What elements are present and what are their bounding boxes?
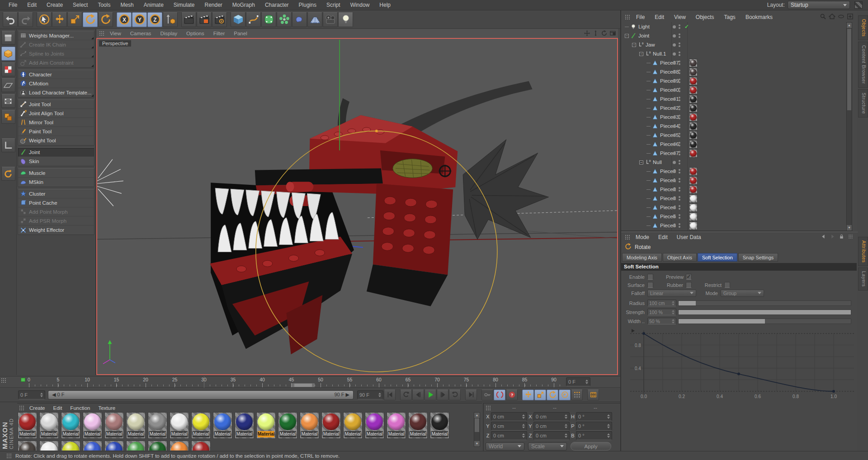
object-row-piece44[interactable]: Piece44 xyxy=(621,122,853,131)
texture-tag[interactable] xyxy=(689,113,698,122)
palette-item-create-ik-chain[interactable]: Create IK Chain xyxy=(18,40,94,49)
menu-script[interactable]: Script xyxy=(321,2,345,8)
spinner-icon[interactable] xyxy=(672,301,675,305)
layer-dot-icon[interactable] xyxy=(673,143,676,146)
render-visibility-dot[interactable] xyxy=(679,45,680,47)
preview-range-handle[interactable] xyxy=(292,383,315,387)
curve-point[interactable] xyxy=(832,390,835,393)
record-active-objects-button[interactable] xyxy=(481,390,493,400)
next-frame-button[interactable] xyxy=(437,390,448,400)
slider-track[interactable] xyxy=(678,310,851,315)
material-swatch[interactable]: Material xyxy=(83,412,102,439)
editor-visibility-dot[interactable] xyxy=(679,115,680,117)
previous-frame-button[interactable] xyxy=(412,390,424,400)
visibility-dots[interactable] xyxy=(673,79,680,83)
current-frame-field[interactable]: 0 F xyxy=(566,377,590,386)
layer-dot-icon[interactable] xyxy=(673,70,676,74)
om-menu-bookmarks[interactable]: Bookmarks xyxy=(741,14,778,20)
zoom-view-icon[interactable] xyxy=(592,30,599,38)
play-forward-button[interactable] xyxy=(425,390,436,400)
visibility-dots[interactable] xyxy=(673,196,680,201)
object-row-piece45[interactable]: Piece45 xyxy=(621,131,853,140)
spinner-icon[interactable] xyxy=(522,433,525,438)
render-visibility-dot[interactable] xyxy=(679,81,680,83)
layer-dot-icon[interactable] xyxy=(673,34,676,38)
object-row-piece6[interactable]: Piece6 xyxy=(621,221,853,230)
editor-visibility-dot[interactable] xyxy=(679,205,680,207)
visibility-dots[interactable] xyxy=(673,214,680,219)
slider-track[interactable] xyxy=(678,300,851,306)
panel-tab-content-browser[interactable]: Content Browser xyxy=(858,42,868,88)
goto-end-button[interactable] xyxy=(465,390,477,400)
layer-dot-icon[interactable] xyxy=(673,197,676,200)
object-row-piece40[interactable]: Piece40 xyxy=(621,85,853,94)
object-row-piece3[interactable]: Piece3 xyxy=(621,194,853,203)
object-row-piece1[interactable]: Piece1 xyxy=(621,176,853,185)
texture-tag[interactable] xyxy=(689,185,698,194)
render-visibility-dot[interactable] xyxy=(679,217,680,219)
texture-tag[interactable] xyxy=(689,131,698,140)
object-row-piece43[interactable]: Piece43 xyxy=(621,113,853,122)
layer-dot-icon[interactable] xyxy=(673,224,676,227)
menu-plugins[interactable]: Plugins xyxy=(294,2,321,8)
render-visibility-dot[interactable] xyxy=(679,90,680,92)
keyframe-parameter-button[interactable]: P xyxy=(559,390,571,400)
keyframe-scale-button[interactable] xyxy=(534,390,546,400)
object-row-null-1[interactable]: −0Null.1 xyxy=(621,49,853,58)
material-swatch[interactable]: Material xyxy=(148,412,167,439)
material-swatch[interactable]: Material xyxy=(61,441,80,451)
make-editable-button[interactable] xyxy=(1,31,15,45)
rotation-field[interactable]: 0 ° xyxy=(576,422,612,431)
render-visibility-dot[interactable] xyxy=(679,27,680,29)
material-swatch[interactable]: Material xyxy=(300,412,319,439)
editor-visibility-dot[interactable] xyxy=(679,169,680,171)
falloff-curve-graph[interactable]: 0.80.40.00.20.40.60.81.0 xyxy=(621,327,858,408)
material-swatch[interactable]: Material xyxy=(170,441,189,451)
render-visibility-dot[interactable] xyxy=(679,54,680,56)
texture-tag[interactable] xyxy=(689,149,698,158)
render-visibility-dot[interactable] xyxy=(679,154,680,155)
material-swatch[interactable]: Material xyxy=(408,412,428,439)
live-selection-button[interactable] xyxy=(37,12,52,27)
spinner-icon[interactable] xyxy=(522,424,525,428)
palette-item-weight-tool[interactable]: Weight Tool xyxy=(18,136,94,145)
material-swatch[interactable]: Material xyxy=(213,412,232,439)
section-header[interactable]: Soft Selection xyxy=(621,263,857,271)
menu-help[interactable]: Help xyxy=(374,2,396,8)
scale-button[interactable] xyxy=(67,12,82,27)
material-menu-function[interactable]: Function xyxy=(66,405,94,411)
spinner-icon[interactable] xyxy=(522,414,525,419)
visibility-dots[interactable] xyxy=(673,205,680,210)
layer-dot-icon[interactable] xyxy=(673,25,676,28)
layer-dot-icon[interactable] xyxy=(673,61,676,65)
menu-edit[interactable]: Edit xyxy=(22,2,42,8)
object-row-piece5[interactable]: Piece5 xyxy=(621,212,853,221)
undo-button[interactable] xyxy=(3,12,18,27)
object-row-piece37[interactable]: Piece37 xyxy=(621,58,853,67)
toggle-view-icon[interactable] xyxy=(609,30,616,38)
palette-item-add-point-morph[interactable]: Add Point Morph xyxy=(18,207,94,216)
palette-item-mskin[interactable]: MSkin xyxy=(18,178,94,187)
editor-visibility-dot[interactable] xyxy=(679,24,680,26)
visibility-dots[interactable] xyxy=(673,223,680,228)
material-swatch[interactable]: Material xyxy=(126,441,146,451)
position-field[interactable]: 0 cm xyxy=(491,422,527,431)
texture-tag[interactable] xyxy=(689,59,698,67)
render-visibility-dot[interactable] xyxy=(679,136,680,137)
material-swatch[interactable]: Material xyxy=(235,412,254,439)
render-visibility-dot[interactable] xyxy=(679,36,680,38)
scale-field[interactable]: 0 cm xyxy=(533,422,570,431)
object-row-piece38[interactable]: Piece38 xyxy=(621,67,853,76)
move-button[interactable] xyxy=(52,12,67,27)
rotate-view-icon[interactable] xyxy=(601,30,608,38)
apply-button[interactable]: Apply xyxy=(571,442,611,451)
editor-visibility-dot[interactable] xyxy=(679,133,680,135)
tab-soft-selection[interactable]: Soft Selection xyxy=(698,253,737,262)
visibility-dots[interactable] xyxy=(673,187,680,192)
visibility-dots[interactable] xyxy=(673,160,680,164)
grid-dots-icon[interactable] xyxy=(848,234,854,241)
slider-field[interactable]: 100 % xyxy=(647,309,676,315)
material-scrollbar[interactable]: ▲ ▼ xyxy=(474,412,480,447)
texture-tag[interactable] xyxy=(689,122,698,131)
editor-visibility-dot[interactable] xyxy=(679,196,680,198)
